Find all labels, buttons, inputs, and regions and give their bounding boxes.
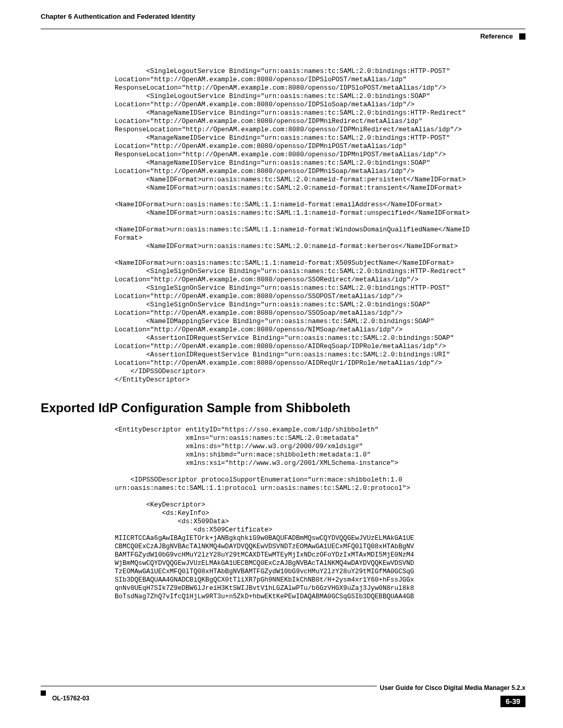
reference-marker-icon — [519, 33, 525, 40]
page: Chapter 6 Authentication and Federated I… — [0, 0, 563, 728]
footer-right: User Guide for Cisco Digital Media Manag… — [377, 688, 525, 707]
page-number-badge: 6-39 — [500, 696, 525, 707]
doc-id: OL-15762-03 — [52, 695, 89, 702]
code-block-openam: <SingleLogoutService Binding="urn:oasis:… — [115, 67, 525, 384]
top-divider: Reference — [41, 29, 525, 40]
running-head: Chapter 6 Authentication and Federated I… — [41, 13, 525, 20]
footer-left: OL-15762-03 — [41, 694, 89, 702]
section-heading-shibboleth: Exported IdP Configuration Sample from S… — [41, 401, 525, 415]
content-column: <SingleLogoutService Binding="urn:oasis:… — [115, 67, 525, 384]
footer-doc-title: User Guide for Cisco Digital Media Manag… — [377, 684, 525, 692]
code-block-shibboleth: <EntityDescriptor entityID="https://sso.… — [115, 426, 525, 601]
reference-label: Reference — [480, 32, 513, 40]
content-column-2: <EntityDescriptor entityID="https://sso.… — [115, 426, 525, 601]
footer-marker-icon — [41, 690, 46, 696]
reference-row: Reference — [41, 29, 525, 40]
page-footer: OL-15762-03 User Guide for Cisco Digital… — [41, 686, 525, 707]
